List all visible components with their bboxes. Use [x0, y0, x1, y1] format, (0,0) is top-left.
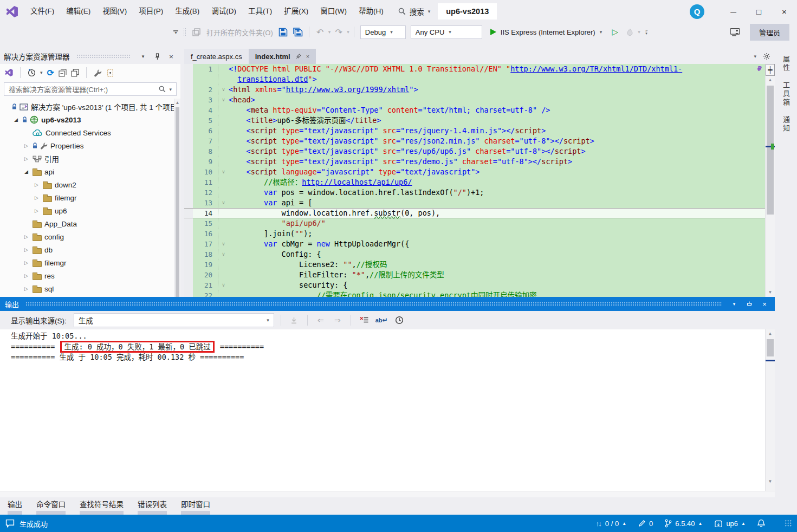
preview-selected-icon[interactable] [71, 69, 79, 77]
tool-window-tab[interactable]: 命令窗口 [36, 498, 66, 515]
expand-arrow-icon[interactable]: ◢ [23, 169, 30, 174]
scroll-thumb[interactable] [767, 339, 774, 356]
fold-marker-icon[interactable]: ∨ [218, 239, 229, 249]
tree-item[interactable]: ◢api [0, 165, 180, 178]
collapse-arrow-icon[interactable]: ▷ [33, 195, 40, 200]
tree-item[interactable]: ▷db [0, 243, 180, 256]
admin-badge[interactable]: 管理员 [750, 24, 789, 41]
chevron-down-icon[interactable]: ▾ [600, 29, 602, 35]
next-message-icon[interactable]: ⇒ [331, 313, 344, 327]
code-line[interactable]: 7 <script type="text/javascript" src="re… [184, 136, 765, 146]
fold-marker-icon[interactable]: ∨ [218, 198, 229, 208]
code-line[interactable]: 21∨ security: { [184, 280, 765, 290]
code-line[interactable]: 15 "api/up6/" [184, 218, 765, 229]
scroll-up-icon[interactable]: ▲ [766, 76, 775, 83]
show-all-files-icon[interactable] [106, 69, 114, 77]
scroll-thumb[interactable] [176, 107, 179, 297]
scroll-up-icon[interactable]: ▲ [174, 99, 180, 106]
tab-index-html[interactable]: index.html × [249, 49, 316, 64]
notifications-bell-icon[interactable] [757, 519, 765, 528]
close-icon[interactable]: × [166, 53, 177, 61]
code-line[interactable]: 10∨ <script language="javascript" type="… [184, 167, 765, 177]
resize-grip[interactable] [785, 520, 792, 527]
solution-search-input[interactable]: 搜索解决方案资源管理器(Ctrl+;) ▾ [4, 82, 177, 96]
tool-window-tab[interactable]: 查找符号结果 [80, 498, 124, 515]
code-line[interactable]: 3∨<head> [184, 95, 765, 105]
redo-dropdown-icon[interactable]: ▾ [347, 29, 349, 35]
collapse-arrow-icon[interactable]: ▷ [33, 208, 40, 213]
tree-item[interactable]: ▷引用 [0, 152, 180, 165]
output-source-select[interactable]: 生成▾ [74, 313, 274, 327]
unpushed-edits-button[interactable]: 0 [638, 520, 653, 528]
quick-search-button[interactable]: 搜索 ▾ [398, 6, 431, 17]
code-line[interactable]: 4 <meta http-equiv="Content-Type" conten… [184, 105, 765, 115]
scroll-up-icon[interactable]: ▲ [766, 329, 775, 338]
close-icon[interactable]: × [759, 300, 770, 308]
expand-arrow-icon[interactable]: ◢ [12, 117, 20, 122]
tree-item[interactable]: ▷res [0, 269, 180, 282]
code-line[interactable]: 2∨<html xmlns="http://www.w3.org/1999/xh… [184, 85, 765, 95]
menu-item[interactable]: 项目(P) [133, 0, 169, 23]
redo-icon[interactable]: ↷ [332, 25, 345, 39]
collapse-arrow-icon[interactable]: ▷ [23, 143, 30, 148]
configuration-select[interactable]: Debug▾ [360, 25, 406, 39]
menu-item[interactable]: 编辑(E) [60, 0, 96, 23]
start-debug-button[interactable]: IIS Express (Internet Explorer) ▾ [485, 25, 607, 39]
repository-button[interactable]: up6 ▲ [714, 520, 746, 528]
tree-item[interactable]: ◢up6-vs2013 [0, 113, 180, 126]
tree-item[interactable]: ▷down2 [0, 178, 180, 191]
window-position-icon[interactable]: ▾ [138, 54, 148, 59]
menu-item[interactable]: 文件(F) [24, 0, 60, 23]
maximize-button[interactable]: □ [746, 0, 772, 23]
undo-dropdown-icon[interactable]: ▾ [328, 29, 331, 35]
window-position-icon[interactable]: ▾ [729, 301, 740, 307]
side-tab[interactable]: 属性 [781, 55, 791, 73]
tree-item[interactable]: ▷filemgr [0, 191, 180, 204]
split-editor-handle[interactable]: ╪ [766, 64, 775, 76]
git-branch-button[interactable]: 6.5.40 ▲ [665, 519, 702, 528]
profiler-dropdown-icon[interactable]: ▾ [638, 29, 640, 35]
scroll-down-icon[interactable]: ▼ [766, 476, 775, 487]
tree-scrollbar[interactable]: ▲ [174, 99, 180, 297]
code-line[interactable]: 13∨ var api = [ [184, 198, 765, 208]
pin-icon[interactable] [744, 301, 755, 307]
pin-tab-icon[interactable] [295, 54, 301, 60]
editor-options-gear-icon[interactable] [763, 53, 770, 60]
code-line[interactable]: 14 window.location.href.substr(0, pos), [184, 208, 765, 218]
pin-icon[interactable] [152, 53, 163, 60]
tree-item[interactable]: ▷up6 [0, 204, 180, 217]
code-line[interactable]: 8 <script type="text/javascript" src="re… [184, 146, 765, 157]
pending-changes-icon[interactable] [28, 69, 36, 77]
menu-item[interactable]: 调试(D) [205, 0, 242, 23]
code-line[interactable]: 18∨ Config: { [184, 249, 765, 259]
close-tab-icon[interactable]: × [306, 53, 309, 60]
profiler-flame-icon[interactable] [623, 25, 636, 39]
tool-window-tab[interactable]: 错误列表 [138, 498, 167, 515]
menu-item[interactable]: 窗口(W) [314, 0, 353, 23]
panel-grip[interactable] [25, 302, 722, 306]
tree-item[interactable]: App_Data [0, 217, 180, 230]
tree-item[interactable]: ▷sql [0, 282, 180, 295]
menu-item[interactable]: 帮助(H) [353, 0, 390, 23]
code-line[interactable]: 6 <script type="text/javascript" src="re… [184, 126, 765, 136]
clear-all-icon[interactable] [358, 313, 371, 327]
collapse-arrow-icon[interactable]: ▷ [23, 286, 30, 291]
tree-item[interactable]: 解决方案 'up6-vs2013' (1 个项目, 共 1 个项目) [0, 100, 180, 113]
open-containing-folder-button[interactable]: 打开所在的文件夹(O) [204, 27, 275, 37]
sync-document-icon[interactable] [190, 25, 203, 39]
menu-item[interactable]: 视图(V) [96, 0, 133, 23]
output-content[interactable]: 生成开始于 10:05...========== 生成: 0 成功，0 失败，1… [0, 329, 775, 491]
toolbar-options-icon[interactable]: »▾ [645, 29, 647, 35]
timestamp-icon[interactable] [393, 313, 406, 327]
collapse-arrow-icon[interactable]: ▷ [23, 156, 30, 161]
start-without-debug-icon[interactable]: ▷ [608, 25, 621, 39]
tab-f-create[interactable]: f_create.aspx.cs [184, 49, 249, 64]
switch-views-icon[interactable] [4, 69, 13, 76]
collapse-arrow-icon[interactable]: ▷ [23, 234, 30, 239]
code-line[interactable]: 22 //需要在config.json/security.encrypt中同时开… [184, 290, 765, 297]
platform-select[interactable]: Any CPU▾ [411, 25, 482, 39]
tool-window-tab[interactable]: 即时窗口 [181, 498, 210, 515]
collapse-arrow-icon[interactable]: ▷ [23, 247, 30, 252]
properties-wrench-icon[interactable] [94, 69, 102, 77]
save-button[interactable] [277, 25, 290, 39]
